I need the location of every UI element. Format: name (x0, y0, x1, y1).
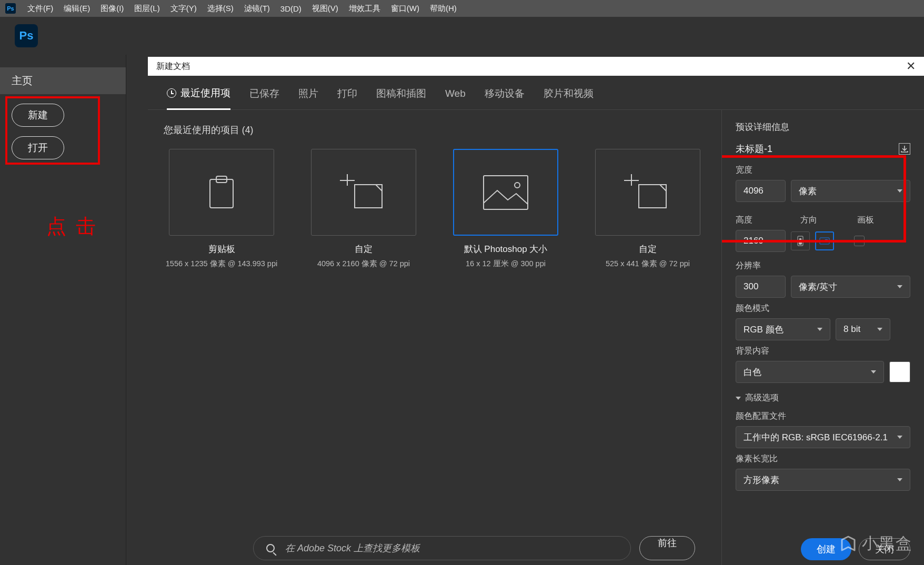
menu-file[interactable]: 文件(F) (22, 4, 58, 14)
width-label: 宽度 (736, 165, 910, 176)
save-preset-icon[interactable] (899, 143, 910, 155)
tab-saved[interactable]: 已保存 (249, 86, 279, 109)
svg-point-9 (799, 238, 802, 241)
app-logo: Ps (15, 24, 38, 47)
orientation-landscape[interactable] (815, 231, 834, 250)
pixel-aspect-label: 像素长宽比 (736, 453, 910, 465)
menu-layer[interactable]: 图层(L) (129, 4, 165, 14)
watermark-logo-icon (839, 534, 858, 553)
preset-card-clipboard[interactable]: 剪贴板 1556 x 1235 像素 @ 143.993 ppi (164, 149, 279, 269)
tab-recent[interactable]: 最近使用项 (167, 86, 230, 110)
menu-select[interactable]: 选择(S) (202, 4, 239, 14)
artboard-label: 画板 (857, 215, 874, 226)
menu-type[interactable]: 文字(Y) (165, 4, 202, 14)
stock-search-row: 在 Adobe Stock 上查找更多模板 前往 (253, 536, 695, 560)
watermark: 小黑盒 (839, 533, 912, 554)
sidebar-home[interactable]: 主页 (0, 67, 126, 94)
open-button[interactable]: 打开 (12, 136, 64, 159)
svg-point-5 (515, 183, 520, 188)
orientation-portrait[interactable] (791, 231, 810, 250)
menubar: Ps 文件(F) 编辑(E) 图像(I) 图层(L) 文字(Y) 选择(S) 滤… (0, 0, 924, 17)
menu-edit[interactable]: 编辑(E) (58, 4, 95, 14)
color-profile-label: 颜色配置文件 (736, 411, 910, 422)
resolution-unit-select[interactable]: 像素/英寸 (791, 276, 910, 298)
background-label: 背景内容 (736, 346, 910, 357)
chevron-down-icon (877, 328, 882, 331)
app-topbar: Ps (0, 17, 924, 55)
preset-details-panel: 预设详细信息 未标题-1 宽度 4096 像素 高度 方向 画板 2160 (721, 110, 924, 565)
pixel-aspect-select[interactable]: 方形像素 (736, 469, 910, 491)
chevron-down-icon (871, 370, 876, 374)
advanced-options-toggle[interactable]: 高级选项 (736, 392, 910, 403)
svg-rect-0 (210, 179, 233, 208)
preset-card-custom-1[interactable]: 自定 4096 x 2160 像素 @ 72 ppi (306, 149, 421, 269)
chevron-down-icon (897, 189, 902, 193)
tab-mobile[interactable]: 移动设备 (485, 86, 525, 109)
home-sidebar: 主页 新建 打开 (0, 55, 126, 565)
dialog-tabs: 最近使用项 已保存 照片 打印 图稿和插图 Web 移动设备 胶片和视频 (148, 76, 924, 110)
clock-icon (167, 88, 176, 98)
background-select[interactable]: 白色 (736, 361, 884, 383)
menu-view[interactable]: 视图(V) (307, 4, 344, 14)
watermark-text: 小黑盒 (862, 533, 912, 554)
menu-window[interactable]: 窗口(W) (386, 4, 425, 14)
svg-rect-13 (825, 239, 828, 243)
search-icon (266, 544, 275, 552)
preset-name-input[interactable]: 未标题-1 (736, 143, 772, 155)
stock-search-input[interactable]: 在 Adobe Stock 上查找更多模板 (253, 536, 631, 560)
stock-go-button[interactable]: 前往 (639, 536, 695, 560)
chevron-down-icon (897, 285, 902, 288)
color-mode-label: 颜色模式 (736, 303, 910, 314)
resolution-label: 分辨率 (736, 260, 910, 271)
menu-3d[interactable]: 3D(D) (275, 4, 307, 13)
new-document-dialog: 新建文档 ✕ 最近使用项 已保存 照片 打印 图稿和插图 Web 移动设备 胶片… (148, 57, 924, 565)
chevron-down-icon (897, 436, 902, 439)
tab-web[interactable]: Web (445, 86, 466, 109)
preset-card-default-ps[interactable]: 默认 Photoshop 大小 16 x 12 厘米 @ 300 ppi (448, 149, 564, 269)
tab-film[interactable]: 胶片和视频 (544, 86, 594, 109)
tab-art[interactable]: 图稿和插图 (376, 86, 426, 109)
dialog-left-panel: 您最近使用的项目 (4) 剪贴板 1556 x 1235 像素 @ 143.99… (148, 110, 721, 565)
preset-heading: 预设详细信息 (736, 122, 910, 133)
background-color-swatch[interactable] (889, 361, 910, 382)
chevron-down-icon (736, 397, 741, 400)
unit-select[interactable]: 像素 (791, 180, 910, 202)
dialog-title: 新建文档 (156, 61, 190, 72)
width-input[interactable]: 4096 (736, 180, 786, 202)
app-icon: Ps (5, 3, 16, 14)
tab-photo[interactable]: 照片 (298, 86, 318, 109)
chevron-down-icon (817, 328, 822, 331)
svg-point-12 (822, 240, 825, 243)
svg-rect-10 (799, 241, 802, 245)
color-profile-select[interactable]: 工作中的 RGB: sRGB IEC61966-2.1 (736, 426, 910, 448)
artboard-checkbox[interactable] (854, 236, 865, 246)
chevron-down-icon (897, 478, 902, 481)
bit-depth-select[interactable]: 8 bit (836, 318, 890, 340)
resolution-input[interactable]: 300 (736, 276, 786, 298)
color-mode-select[interactable]: RGB 颜色 (736, 318, 830, 340)
menu-plugins[interactable]: 增效工具 (344, 4, 386, 14)
menu-filter[interactable]: 滤镜(T) (239, 4, 275, 14)
annotation-click-text: 点击 (46, 213, 105, 240)
svg-rect-4 (484, 176, 528, 209)
height-label: 高度 (736, 215, 786, 226)
dialog-titlebar: 新建文档 ✕ (148, 57, 924, 76)
height-input[interactable]: 2160 (736, 230, 786, 252)
menu-image[interactable]: 图像(I) (95, 4, 129, 14)
tab-print[interactable]: 打印 (337, 86, 357, 109)
orientation-label: 方向 (800, 215, 842, 226)
close-icon[interactable]: ✕ (906, 59, 916, 73)
new-button[interactable]: 新建 (12, 104, 64, 127)
recent-heading: 您最近使用的项目 (4) (164, 124, 706, 136)
preset-card-custom-2[interactable]: 自定 525 x 441 像素 @ 72 ppi (590, 149, 706, 269)
menu-help[interactable]: 帮助(H) (425, 4, 462, 14)
